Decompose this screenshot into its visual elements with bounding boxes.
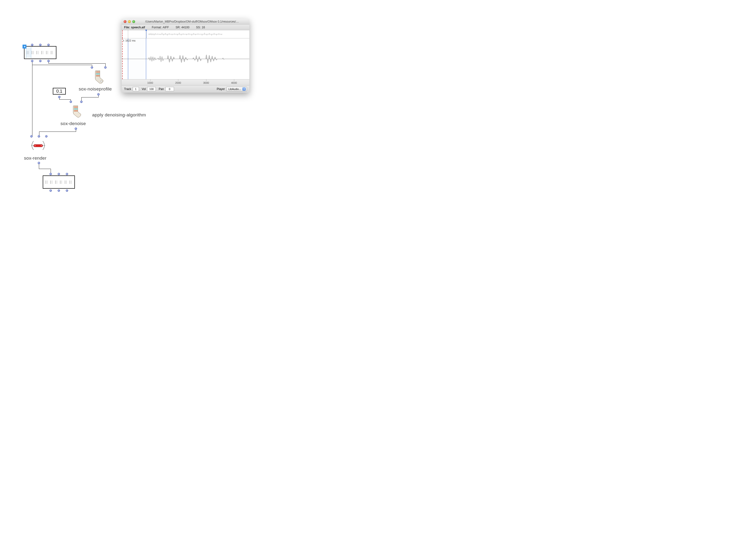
tick-label: 1000 [147,81,153,84]
svg-point-4 [41,145,41,146]
tick-label: 3000 [203,81,209,84]
wire [51,169,51,173]
selection-region[interactable] [26,47,31,58]
wire [39,169,51,169]
sound-output-box[interactable] [43,175,75,189]
overview-selection[interactable] [128,30,146,38]
sock-icon[interactable] [70,104,82,117]
sock-icon[interactable] [92,70,104,84]
svg-point-3 [34,145,35,146]
swiss-knife-icon[interactable] [31,140,46,151]
wire [39,132,76,132]
main-waveform-view[interactable]: t: 1622 ms [122,38,249,79]
port[interactable] [80,100,83,103]
port[interactable] [45,135,48,138]
port[interactable] [30,135,33,138]
minimize-icon[interactable] [128,20,131,23]
time-ruler[interactable]: 1000 2000 3000 4000 [122,79,249,85]
vol-input[interactable] [147,87,156,91]
port[interactable] [104,66,106,69]
port[interactable] [38,135,40,138]
player-value: LibAudio... [229,88,241,90]
node-label-noiseprofile: sox-noiseprofile [79,86,112,92]
port[interactable] [47,44,50,46]
node-label-render: sox-render [24,156,47,161]
port[interactable] [75,128,77,130]
format-label: Format: [152,26,162,29]
number-box[interactable]: 0.1 [53,88,66,95]
port[interactable] [58,96,61,98]
port[interactable] [38,162,40,164]
file-name: speech.aif [131,26,145,29]
wire [49,63,106,64]
pan-label: Pan [159,87,164,91]
tick-label: 2000 [175,81,181,84]
tick-label: 4000 [231,81,237,84]
format-value: AIFF [163,26,169,29]
overview-strip[interactable] [122,30,249,38]
sr-label: SR: [176,26,180,29]
port[interactable] [66,173,68,175]
track-area: t: 1622 ms 1000 2000 3000 4000 [122,30,249,85]
port[interactable] [97,93,100,95]
chevron-down-icon: ▾ [242,87,246,91]
close-icon[interactable] [123,20,127,23]
port[interactable] [31,44,33,46]
port[interactable] [58,189,60,192]
port[interactable] [31,60,33,62]
wire [39,132,39,135]
player-label: Player [217,87,225,91]
number-value: 0.1 [56,89,62,94]
track-label: Track [124,87,131,91]
ss-value: 16 [201,26,205,29]
ss-label: SS: [196,26,201,29]
wire [39,164,39,169]
port[interactable] [47,60,50,62]
cursor-time-label: t: 1622 ms [123,39,135,42]
port[interactable] [50,173,52,175]
playhead-icon [145,30,147,31]
sr-value: 44100 [181,26,189,29]
audio-editor-window[interactable]: /Users/Marlon_MBPro/Dropbox/OM-stuff/OMs… [122,19,249,93]
selection-region[interactable] [128,38,146,79]
port[interactable] [58,173,60,175]
window-title: /Users/Marlon_MBPro/Dropbox/OM-stuff/OMs… [137,20,247,23]
window-titlebar[interactable]: /Users/Marlon_MBPro/Dropbox/OM-stuff/OMs… [122,19,249,24]
waveform-icon [45,180,73,184]
pan-input[interactable] [165,87,174,91]
port[interactable] [39,60,41,62]
info-bar: File: speech.aif Format: AIFF SR: 44100 … [122,24,249,30]
wire [81,97,99,97]
port[interactable] [70,100,72,103]
svg-point-0 [100,81,102,82]
zoom-icon[interactable] [132,20,135,23]
node-label-denoise: sox-denoise [61,121,86,126]
port[interactable] [66,189,68,192]
wire [32,62,32,136]
wire [59,99,71,100]
annotation-text: apply denoising-algorithm [92,112,146,117]
port[interactable] [91,66,93,69]
file-label: File: [124,26,130,29]
sound-input-box[interactable]: ✕ [24,46,57,59]
transport-bar: Track Vol Pan Player LibAudio... ▾ [122,85,249,93]
player-dropdown[interactable]: LibAudio... ▾ [226,87,247,91]
vol-label: Vol [142,87,146,91]
port[interactable] [50,189,52,192]
track-input[interactable] [133,87,139,91]
wire [81,97,82,101]
port[interactable] [39,44,41,46]
